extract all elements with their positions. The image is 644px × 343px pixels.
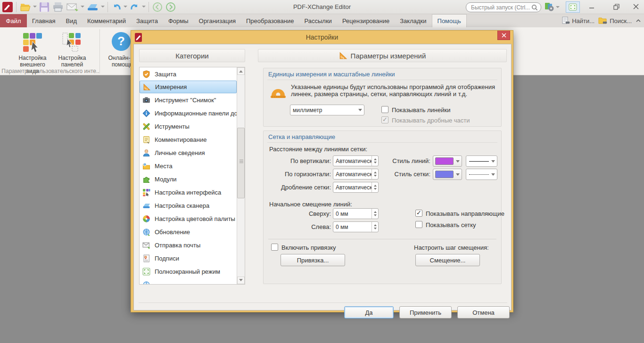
scanner-dropdown[interactable]	[101, 6, 105, 9]
dialog-close-button[interactable]	[497, 31, 510, 40]
ui-options-button[interactable]	[544, 2, 561, 12]
category-zashchita[interactable]: Защита	[140, 67, 237, 81]
tab-formy[interactable]: Формы	[163, 14, 194, 27]
category-moduli[interactable]: Модули	[140, 172, 237, 186]
scroll-up-button[interactable]	[237, 67, 245, 75]
line-style-picker[interactable]	[466, 155, 497, 167]
open-file-dropdown[interactable]	[33, 6, 37, 9]
fullscreen-toggle-button[interactable]	[566, 1, 580, 13]
panels-settings-button[interactable]: Настройкапанелей	[53, 29, 91, 71]
toolbar-separator	[149, 2, 149, 12]
tab-glavnaya[interactable]: Главная	[27, 14, 60, 27]
forward-button[interactable]	[165, 1, 176, 13]
tab-organizatsiya[interactable]: Организация	[194, 14, 241, 27]
ui-squares-icon	[142, 188, 150, 196]
back-button[interactable]	[152, 1, 163, 13]
chevron-down-icon[interactable]	[356, 105, 364, 115]
scroll-down-button[interactable]	[237, 277, 245, 284]
window-close-button[interactable]	[625, 0, 644, 13]
category-partial[interactable]	[140, 278, 237, 285]
category-lichnye-svedeniya[interactable]: Личные сведения	[140, 146, 237, 159]
unit-dropdown[interactable]: миллиметр	[290, 105, 364, 115]
grid-color-picker[interactable]	[433, 169, 462, 180]
snap-settings-button[interactable]: Привязка...	[281, 254, 345, 266]
show-fractions-label: Показывать дробные части	[392, 117, 470, 124]
category-nastroyka-interfeysa[interactable]: Настройка интерфейса	[140, 186, 237, 199]
undo-dropdown[interactable]	[124, 6, 127, 9]
chevron-down-icon[interactable]	[454, 169, 462, 180]
categories-scrollbar[interactable]	[237, 67, 245, 284]
chevron-down-icon[interactable]	[489, 169, 497, 180]
spinner-arrows-icon[interactable]	[372, 222, 378, 232]
apply-button[interactable]: Применить	[399, 306, 452, 318]
category-kommentirovanie[interactable]: Комментирование	[140, 133, 237, 146]
appearance-settings-button[interactable]: Настройкавнешнего вида	[13, 29, 52, 71]
category-otpravka-pochty[interactable]: Отправка почты	[140, 238, 237, 252]
top-offset-spinner[interactable]: 0 мм	[333, 208, 379, 219]
show-rulers-checkbox[interactable]: ✓	[381, 106, 388, 113]
line-color-picker[interactable]	[433, 155, 462, 167]
line-style-label: Стиль линий:	[365, 157, 430, 164]
ui-options-dropdown[interactable]	[556, 6, 560, 10]
tab-rassylki[interactable]: Рассылки	[299, 14, 337, 27]
grid-spacing-label: Расстояние между линиями сетки:	[269, 146, 367, 153]
category-mesta[interactable]: Места	[140, 159, 237, 172]
search-icon[interactable]	[531, 4, 538, 11]
spinner-arrows-icon[interactable]	[372, 209, 378, 219]
email-dropdown[interactable]	[81, 6, 84, 9]
scroll-thumb[interactable]	[237, 128, 245, 198]
redo-button[interactable]	[130, 1, 140, 13]
search-files-button[interactable]: Поиск...	[598, 16, 632, 25]
snap-checkbox[interactable]: ✓	[271, 244, 278, 251]
offset-settings-button[interactable]: Смещение...	[415, 254, 480, 266]
spinner-arrows-icon[interactable]	[372, 182, 378, 192]
show-fractions-checkbox[interactable]: ✓	[381, 116, 388, 123]
quick-launch-search[interactable]: Быстрый запуск (Ctrl...	[466, 2, 541, 12]
tab-file[interactable]: Файл	[0, 14, 27, 27]
grid-style-picker[interactable]	[466, 169, 497, 180]
footer-separator	[139, 302, 507, 303]
cancel-button[interactable]: Отмена	[457, 306, 510, 318]
line-color-swatch	[435, 157, 454, 165]
save-button[interactable]	[39, 1, 50, 13]
help-question-icon: ?	[111, 31, 133, 54]
collapse-ribbon-button[interactable]	[636, 18, 641, 23]
dialog-title-bar[interactable]: Настройки	[131, 31, 513, 44]
category-obnovlenie[interactable]: Обновление	[140, 225, 237, 238]
find-button[interactable]: Найти...	[561, 16, 594, 25]
left-offset-spinner[interactable]: 0 мм	[333, 221, 379, 232]
subdivision-spinner[interactable]: Автоматически	[333, 182, 379, 193]
print-button[interactable]	[52, 1, 64, 13]
category-snimok[interactable]: Инструмент "Снимок"	[140, 93, 237, 106]
category-izmereniya[interactable]: Измерения	[140, 81, 237, 93]
globe-refresh-icon	[142, 228, 150, 236]
tab-kommentariy[interactable]: Комментарий	[82, 14, 131, 27]
tab-preobrazovanie[interactable]: Преобразование	[241, 14, 299, 27]
email-button[interactable]	[66, 1, 79, 13]
scanner-button[interactable]	[87, 1, 99, 13]
tab-zashchita[interactable]: Защита	[131, 14, 163, 27]
dotted-line-sample	[469, 174, 489, 175]
minimize-button[interactable]	[581, 0, 603, 13]
chevron-down-icon[interactable]	[454, 156, 462, 166]
category-polnoekranny-rezhim[interactable]: Полноэкранный режим	[140, 265, 237, 278]
redo-dropdown[interactable]	[142, 6, 146, 9]
tab-retsenzirovanie[interactable]: Рецензирование	[337, 14, 395, 27]
category-nastroyka-skanera[interactable]: Настройка сканера	[140, 199, 237, 212]
open-file-button[interactable]	[20, 1, 31, 13]
restore-button[interactable]	[605, 0, 627, 13]
yes-button[interactable]: Да	[344, 306, 394, 318]
category-tsvetovaya-palitra[interactable]: Настройка цветовой палиты	[140, 212, 237, 225]
category-podpisi[interactable]: Подписи	[140, 252, 237, 265]
scanner-icon	[142, 201, 150, 210]
ruler-header-icon	[339, 51, 347, 60]
category-istrumenty[interactable]: Иструменты	[140, 120, 237, 133]
tab-vid[interactable]: Вид	[60, 14, 82, 27]
chevron-down-icon[interactable]	[489, 156, 497, 166]
undo-button[interactable]	[111, 1, 122, 13]
show-guides-checkbox[interactable]: ✓	[415, 210, 422, 217]
show-grid-checkbox[interactable]: ✓	[415, 221, 422, 228]
tab-pomoshch[interactable]: Помощь	[432, 14, 467, 27]
category-info-paneli[interactable]: Информационные панели до	[140, 106, 237, 120]
tab-zakladki[interactable]: Закладки	[395, 14, 431, 27]
